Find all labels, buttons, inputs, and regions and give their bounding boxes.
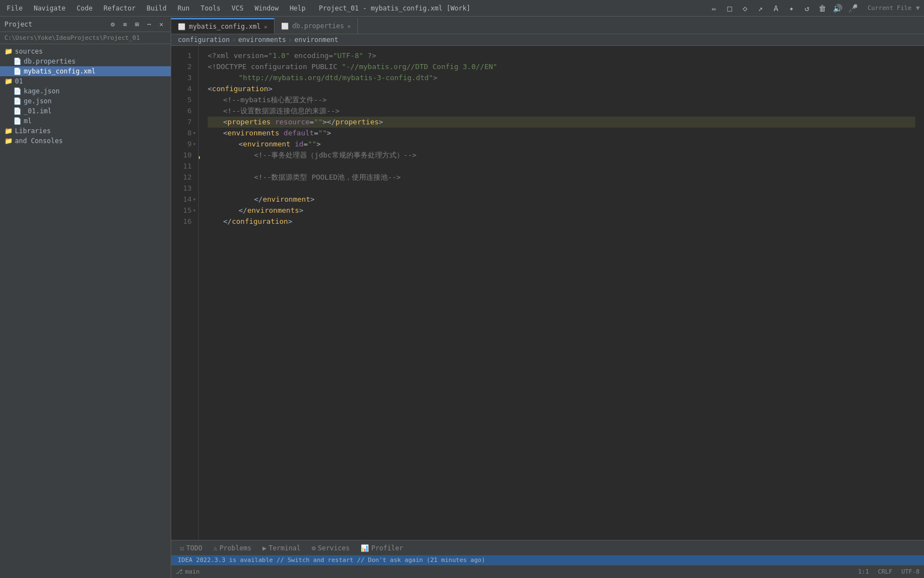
line-num-15: 15▾: [171, 205, 192, 216]
undo-icon[interactable]: ↺: [801, 3, 812, 14]
volume-icon[interactable]: 🔊: [832, 3, 843, 14]
menu-code[interactable]: Code: [75, 3, 95, 13]
status-charset[interactable]: UTF-8: [901, 568, 920, 575]
position-label: 1:1: [858, 568, 869, 575]
breadcrumb: configuration › environments › environme…: [171, 34, 924, 46]
breadcrumb-configuration[interactable]: configuration: [178, 36, 230, 44]
editor-area: ⬜ mybatis_config.xml ✕ ⬜ db.properties ✕…: [171, 17, 924, 578]
code-line-3: "http://mybatis.org/dtd/mybatis-3-config…: [208, 72, 915, 83]
file-icon: 📄: [13, 97, 22, 105]
tab-close-db[interactable]: ✕: [347, 23, 351, 29]
tree-item-01[interactable]: 📁 01: [0, 76, 171, 86]
tree-item-ge-json[interactable]: 📄 ge.json: [0, 96, 171, 106]
tab-close-mybatis[interactable]: ✕: [264, 24, 267, 30]
bottom-tab-problems[interactable]: ⚠ Problems: [209, 542, 256, 555]
menu-file[interactable]: File: [4, 3, 25, 13]
toolbar-right: ✏ □ ◇ ↗ A ✦ ↺ 🗑 🔊 🎤 Current File ▼: [709, 3, 920, 14]
text-icon[interactable]: A: [770, 3, 782, 14]
bottom-tab-todo[interactable]: ☑ TODO: [176, 542, 207, 555]
status-right: 1:1 CRLF UTF-8: [858, 568, 920, 575]
code-editor[interactable]: 1 2 3 4 5 6 7 8▾ 9▾ 10 11 12 13 14▾: [171, 46, 924, 540]
tree-item-ml[interactable]: 📄 ml: [0, 116, 171, 126]
line-num-11: 11: [171, 161, 192, 172]
code-line-8: <environments default="">: [208, 128, 915, 139]
sidebar-close-icon[interactable]: ✕: [156, 19, 166, 29]
code-content[interactable]: <?xml version="1.0" encoding="UTF-8" ?> …: [199, 46, 924, 540]
code-line-6: <!--设置数据源连接信息的来源-->: [208, 106, 915, 117]
sidebar-settings-icon[interactable]: ⚙: [108, 19, 118, 29]
tab-mybatis-config[interactable]: ⬜ mybatis_config.xml ✕: [171, 18, 274, 34]
menu-tools[interactable]: Tools: [198, 3, 223, 13]
bottom-tab-todo-label: TODO: [186, 544, 202, 552]
line-num-5: 5: [171, 94, 192, 106]
code-line-13: [208, 183, 915, 194]
tab-db-properties[interactable]: ⬜ db.properties ✕: [274, 18, 358, 34]
menu-run[interactable]: Run: [176, 3, 192, 13]
pencil-icon[interactable]: ✏: [709, 3, 720, 14]
line-num-2: 2: [171, 61, 192, 72]
code-line-10: ● <!--事务处理器（jdbc常规的事务处理方式）-->: [208, 150, 915, 161]
status-position[interactable]: 1:1: [858, 568, 869, 575]
breadcrumb-environment[interactable]: environment: [294, 36, 338, 44]
line-num-12: 12: [171, 172, 192, 183]
bottom-tab-profiler[interactable]: 📊 Profiler: [356, 542, 408, 555]
code-line-2: <!DOCTYPE configuration PUBLIC "-//mybat…: [208, 61, 915, 72]
sidebar-collapse-icon[interactable]: ≡: [120, 19, 130, 29]
menu-vcs[interactable]: VCS: [229, 3, 246, 13]
bottom-tab-terminal[interactable]: ▶ Terminal: [258, 542, 305, 555]
fold-icon-15[interactable]: ▾: [193, 205, 196, 216]
bottom-tab-problems-label: Problems: [219, 544, 251, 552]
tree-item-sources[interactable]: 📁 sources: [0, 46, 171, 56]
tab-label-db: db.properties: [292, 22, 344, 30]
line-num-9: 9▾: [171, 139, 192, 150]
bottom-tab-profiler-label: Profiler: [371, 544, 403, 552]
menu-window[interactable]: Window: [252, 3, 281, 13]
dropdown-arrow-icon[interactable]: ▼: [916, 4, 920, 12]
breadcrumb-environments[interactable]: environments: [238, 36, 286, 44]
fold-icon-8[interactable]: ▾: [193, 128, 196, 139]
charset-label: UTF-8: [901, 568, 920, 575]
sidebar-expand-icon[interactable]: ⊞: [132, 19, 142, 29]
tree-item-01-iml[interactable]: 📄 _01.iml: [0, 106, 171, 116]
sidebar-more-icon[interactable]: ⋯: [144, 19, 154, 29]
tree-item-db-properties[interactable]: 📄 db.properties: [0, 56, 171, 66]
tree-item-libraries[interactable]: 📁 Libraries: [0, 126, 171, 136]
project-title: Project_01 - mybatis_config.xml [Work]: [319, 4, 471, 12]
file-icon: 📄: [13, 107, 22, 115]
diamond-icon[interactable]: ◇: [740, 3, 751, 14]
tree-item-and-consoles[interactable]: 📁 and Consoles: [0, 136, 171, 146]
services-icon: ⚙: [311, 544, 315, 552]
menu-help[interactable]: Help: [287, 3, 308, 13]
gutter-bullet-10: ●: [199, 152, 200, 163]
code-line-4: <configuration>: [208, 83, 915, 94]
status-git[interactable]: ⎇ main: [176, 568, 200, 575]
code-line-7: <properties resource=""></properties>: [208, 117, 915, 128]
trash-icon[interactable]: 🗑: [817, 3, 828, 14]
sidebar: Project ⚙ ≡ ⊞ ⋯ ✕ C:\Users\Yoke\IdeaProj…: [0, 17, 171, 578]
git-icon: ⎇: [176, 568, 183, 575]
todo-icon: ☑: [180, 544, 184, 552]
status-crlf[interactable]: CRLF: [878, 568, 893, 575]
tab-label-mybatis: mybatis_config.xml: [189, 23, 261, 30]
code-line-12: <!--数据源类型 POOLED池，使用连接池-->: [208, 172, 915, 183]
cursor-icon[interactable]: ✦: [786, 3, 797, 14]
line-num-6: 6: [171, 106, 192, 117]
code-line-1: <?xml version="1.0" encoding="UTF-8" ?>: [208, 50, 915, 61]
fold-icon-9[interactable]: ▾: [193, 139, 196, 150]
main-container: Project ⚙ ≡ ⊞ ⋯ ✕ C:\Users\Yoke\IdeaProj…: [0, 17, 924, 578]
line-num-14: 14▾: [171, 194, 192, 205]
tree-item-kage-json[interactable]: 📄 kage.json: [0, 86, 171, 96]
tab-bar: ⬜ mybatis_config.xml ✕ ⬜ db.properties ✕: [171, 17, 924, 34]
menu-build[interactable]: Build: [144, 3, 168, 13]
arrow-icon[interactable]: ↗: [755, 3, 766, 14]
code-line-5: <!--mybatis核心配置文件-->: [208, 94, 915, 106]
info-bar: IDEA 2022.3.3 is available // Switch and…: [171, 555, 924, 565]
menu-refactor[interactable]: Refactor: [102, 3, 138, 13]
fold-icon-14[interactable]: ▾: [193, 194, 196, 205]
mic-icon[interactable]: 🎤: [848, 3, 859, 14]
tree-item-mybatis-config[interactable]: 📄 mybatis_config.xml: [0, 66, 171, 76]
bottom-tab-services[interactable]: ⚙ Services: [307, 542, 354, 555]
menu-navigate[interactable]: Navigate: [31, 3, 68, 13]
square-icon[interactable]: □: [724, 3, 735, 14]
sidebar-path: C:\Users\Yoke\IdeaProjects\Project_01: [0, 32, 171, 44]
